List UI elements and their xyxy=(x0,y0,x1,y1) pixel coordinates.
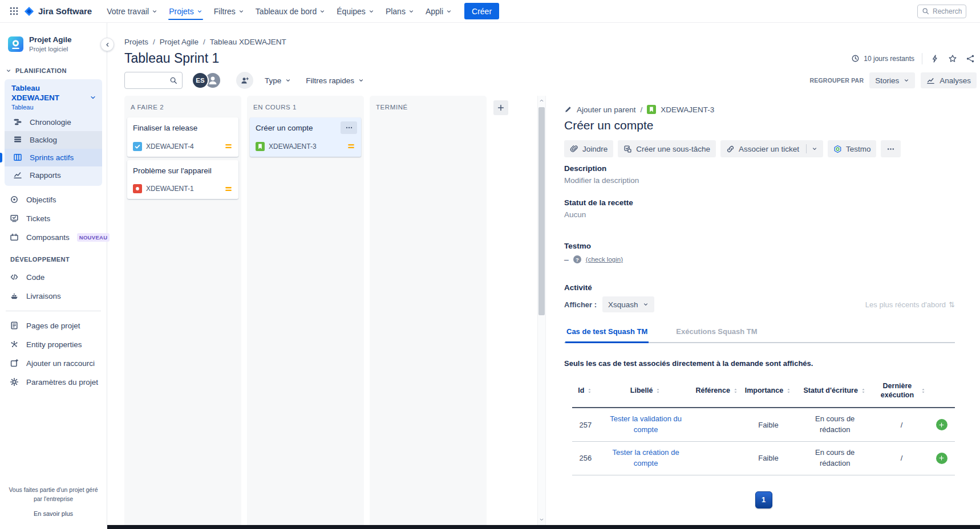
nav-item-label: Projets xyxy=(169,7,194,16)
scrollbar-up-arrow[interactable] xyxy=(538,98,545,103)
breadcrumb-link-tableau-xdewajent[interactable]: Tableau XDEWAJENT xyxy=(210,38,286,46)
nav-item-filtres[interactable]: Filtres xyxy=(208,0,250,23)
tab-executions-squash-tm[interactable]: Exécutions Squash TM xyxy=(675,327,758,343)
sidebar-item-parametres-du-projet[interactable]: Paramètres du projet xyxy=(0,373,107,392)
test-case-actions xyxy=(929,408,955,441)
sidebar-item-pages-de-projet[interactable]: Pages de projet xyxy=(0,316,107,335)
sidebar-item-entity-properties[interactable]: Entity properties xyxy=(0,335,107,354)
chevron-down-icon xyxy=(152,9,157,14)
create-button[interactable]: Créer xyxy=(464,3,499,19)
associer-un-ticket-button[interactable]: Associer un ticket xyxy=(720,140,823,157)
more-actions-button[interactable] xyxy=(881,140,901,157)
scrollbar-down-arrow[interactable] xyxy=(538,517,545,522)
project-header[interactable]: Projet Agile Projet logiciel xyxy=(0,23,107,52)
global-search-input[interactable] xyxy=(933,7,962,15)
breadcrumb-link-projets[interactable]: Projets xyxy=(124,38,148,46)
test-case-link[interactable]: Tester la validation du compte xyxy=(601,414,691,436)
board-search-input[interactable] xyxy=(129,76,169,85)
scrollbar-thumb[interactable] xyxy=(538,107,545,315)
pagination-page-1[interactable]: 1 xyxy=(755,491,772,508)
planning-section-label[interactable]: PLANIFICATION xyxy=(6,67,102,74)
sidebar-collapse-button[interactable] xyxy=(100,38,114,51)
gear-icon xyxy=(9,377,19,386)
issue-card-xdewajent-4[interactable]: Finaliser la releaseXDEWAJENT-4 xyxy=(127,117,238,157)
sidebar-item-backlog[interactable]: Backlog xyxy=(5,131,102,149)
sort-order-control[interactable]: Les plus récents d'abord ⇅ xyxy=(865,300,955,309)
test-case-last-execution: / xyxy=(874,408,928,441)
sidebar-item-code[interactable]: Code xyxy=(0,268,107,287)
chevron-left-icon xyxy=(104,42,111,48)
sidebar-item-objectifs[interactable]: Objectifs xyxy=(0,190,107,209)
attach-icon xyxy=(570,145,578,153)
add-column-button[interactable] xyxy=(493,100,508,115)
board-scrollbar[interactable] xyxy=(537,96,546,529)
table-header-statut-d-ecriture[interactable]: Statut d'écriture xyxy=(795,377,874,408)
show-label: Afficher : xyxy=(564,300,597,309)
issue-detail-panel: Ajouter un parent / XDEWAJENT-3 Créer un… xyxy=(546,96,980,529)
issue-card-xdewajent-3[interactable]: Créer un compteXDEWAJENT-3 xyxy=(250,117,361,157)
board-switcher-title: Tableau XDEWAJENT xyxy=(11,84,90,103)
quick-filters-dropdown[interactable]: Filtres rapides xyxy=(302,74,367,87)
board-switcher[interactable]: Tableau XDEWAJENT Tableau xyxy=(5,79,102,113)
table-header-libelle[interactable]: Libellé xyxy=(599,377,693,408)
nav-item-equipes[interactable]: Équipes xyxy=(331,0,380,23)
table-header-derniere-execution[interactable]: Dernière exécution xyxy=(874,377,928,408)
activity-filter-value: Xsquash xyxy=(608,300,638,309)
sidebar-dev-items: CodeLivraisons xyxy=(0,268,107,306)
share-icon[interactable] xyxy=(965,54,975,64)
insights-button[interactable]: Analyses xyxy=(921,72,977,88)
add-parent-link[interactable]: Ajouter un parent xyxy=(577,105,636,114)
add-execution-button[interactable] xyxy=(936,419,947,430)
test-case-link[interactable]: Tester la création de compte xyxy=(601,447,691,469)
check-login-link[interactable]: (check login) xyxy=(586,256,623,263)
issue-key[interactable]: XDEWAJENT-3 xyxy=(661,105,714,114)
tab-cas-de-test-squash-tm[interactable]: Cas de test Squash TM xyxy=(565,327,649,343)
creer-une-sous-tache-button[interactable]: Créer une sous-tâche xyxy=(618,140,716,157)
nav-item-projets[interactable]: Projets xyxy=(163,0,208,23)
recette-value[interactable]: Aucun xyxy=(564,210,955,219)
nav-item-plans[interactable]: Plans xyxy=(380,0,420,23)
issue-title[interactable]: Créer un compte xyxy=(564,119,955,132)
help-icon[interactable]: ? xyxy=(573,255,581,263)
app-switcher-icon[interactable] xyxy=(6,3,22,19)
sprint-days-remaining[interactable]: 10 jours restants xyxy=(851,54,914,63)
add-execution-button[interactable] xyxy=(936,453,947,464)
learn-more-link[interactable]: En savoir plus xyxy=(34,509,73,519)
table-header-actions xyxy=(929,377,955,408)
sidebar-item-chronologie[interactable]: Chronologie xyxy=(5,113,102,131)
board-search[interactable] xyxy=(124,72,183,89)
testmo-button[interactable]: Testmo xyxy=(828,140,877,157)
sidebar-item-sprints-actifs[interactable]: Sprints actifs xyxy=(5,149,102,166)
link-icon xyxy=(726,145,735,153)
sidebar-item-tickets[interactable]: Tickets xyxy=(0,209,107,228)
sidebar-item-rapports[interactable]: Rapports xyxy=(5,166,102,184)
table-header-importance[interactable]: Importance xyxy=(742,377,795,408)
type-filter-dropdown[interactable]: Type xyxy=(261,74,294,87)
description-placeholder[interactable]: Modifier la description xyxy=(564,176,955,185)
automation-icon[interactable] xyxy=(930,54,940,64)
table-header-id[interactable]: Id xyxy=(572,377,599,408)
joindre-button[interactable]: Joindre xyxy=(564,140,613,157)
table-note: Seuls les cas de test associés directeme… xyxy=(564,359,955,368)
sidebar-item-label: Ajouter un raccourci xyxy=(26,359,95,368)
global-search[interactable] xyxy=(917,5,966,18)
sidebar-item-composants[interactable]: ComposantsNOUVEAU xyxy=(0,228,107,247)
board-column-termine: TERMINÉ xyxy=(370,96,487,529)
avatar-es[interactable]: ES xyxy=(192,72,209,89)
card-more-button[interactable] xyxy=(341,121,357,134)
issue-card-xdewajent-1[interactable]: Problème sur l'appareilXDEWAJENT-1 xyxy=(127,160,238,200)
nav-item-votre-travail[interactable]: Votre travail xyxy=(101,0,163,23)
activity-filter-dropdown[interactable]: Xsquash xyxy=(602,296,654,312)
add-person-button[interactable] xyxy=(236,72,253,89)
recette-field: Statut de la recette Aucun xyxy=(564,198,955,219)
sidebar-item-livraisons[interactable]: Livraisons xyxy=(0,287,107,306)
star-icon[interactable] xyxy=(947,54,958,64)
breadcrumb-link-projet-agile[interactable]: Projet Agile xyxy=(160,38,199,46)
sidebar-item-ajouter-un-raccourci[interactable]: Ajouter un raccourci xyxy=(0,354,107,373)
jira-logo[interactable]: Jira Software xyxy=(22,6,98,17)
nav-item-appli[interactable]: Appli xyxy=(420,0,457,23)
group-by-dropdown[interactable]: Stories xyxy=(869,72,915,88)
nav-item-tableaux-de-bord[interactable]: Tableaux de bord xyxy=(250,0,331,23)
table-header-reference[interactable]: Référence xyxy=(693,377,742,408)
table-header-row: IdLibelléRéférenceImportanceStatut d'écr… xyxy=(572,377,955,408)
